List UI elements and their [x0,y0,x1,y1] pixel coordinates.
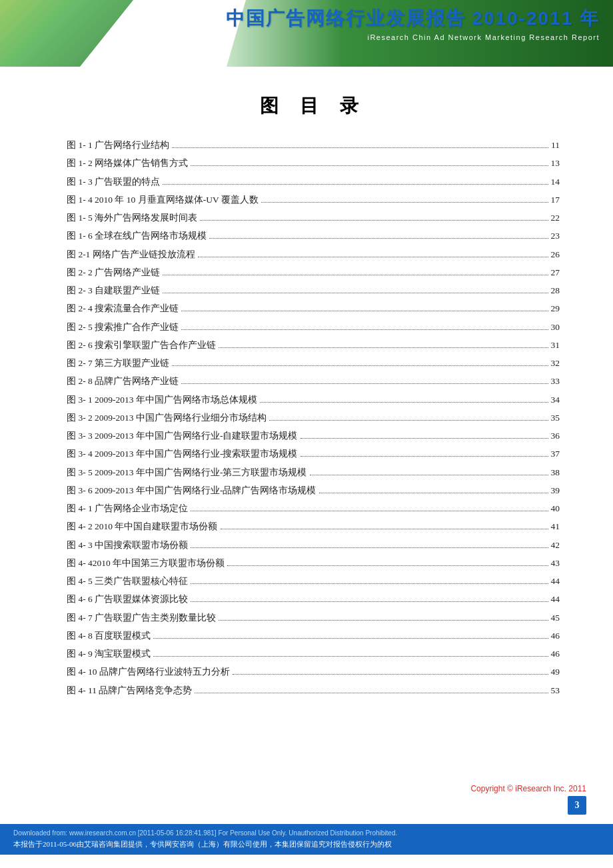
toc-entry: 图 4- 8 百度联盟模式46 [67,629,560,643]
toc-entry-label: 图 1- 2 网络媒体广告销售方式 [67,157,188,170]
toc-entry-dots [163,184,548,185]
toc-entry: 图 2- 3 自建联盟产业链28 [67,284,560,297]
toc-entry-dots [301,438,548,439]
toc-entry-page: 45 [551,611,560,625]
toc-entry-dots [163,275,548,275]
toc-entry-dots [227,565,548,566]
toc-entry-dots [191,165,548,166]
toc-entry-label: 图 4- 1 广告网络企业市场定位 [67,502,188,515]
toc-entry-label: 图 4- 3 中国搜索联盟市场份额 [67,539,188,552]
toc-entry-label: 图 4- 11 品牌广告网络竞争态势 [67,684,192,697]
toc-entry-page: 39 [551,484,560,497]
toc-list: 图 1- 1 广告网络行业结构11图 1- 2 网络媒体广告销售方式13图 1-… [67,139,560,697]
toc-entry-dots [181,311,548,311]
toc-entry-dots [260,402,548,403]
toc-entry-page: 46 [551,647,560,661]
report-subtitle: iResearch Chin Ad Network Marketing Rese… [226,33,600,41]
toc-entry-dots [269,420,548,421]
toc-entry-dots [172,365,548,366]
toc-entry-dots [301,456,548,457]
toc-entry-label: 图 1- 4 2010 年 10 月垂直网络媒体-UV 覆盖人数 [67,193,259,207]
toc-entry-label: 图 3- 2 2009-2013 中国广告网络行业细分市场结构 [67,411,267,425]
toc-entry-page: 22 [551,211,560,225]
toc-entry-page: 36 [551,429,560,443]
toc-entry-label: 图 1- 1 广告网络行业结构 [67,139,169,152]
toc-entry-label: 图 4- 5 三类广告联盟核心特征 [67,575,188,588]
toc-entry: 图 2- 8 品牌广告网络产业链33 [67,375,560,388]
toc-entry-dots [191,601,548,602]
toc-entry-page: 13 [551,157,560,170]
toc-entry: 图 2- 4 搜索流量合作产业链29 [67,302,560,315]
toc-entry: 图 4- 11 品牌广告网络竞争态势53 [67,684,560,697]
toc-entry: 图 1- 2 网络媒体广告销售方式13 [67,157,560,170]
toc-entry-page: 49 [551,665,560,679]
toc-entry: 图 4- 3 中国搜索联盟市场份额42 [67,539,560,552]
toc-entry-dots [310,475,548,475]
toc-entry-page: 23 [551,229,560,243]
toc-entry-label: 图 2- 5 搜索推广合作产业链 [67,321,179,334]
toc-entry: 图 4- 10 品牌广告网络行业波特五力分析49 [67,665,560,679]
toc-entry-label: 图 3- 6 2009-2013 年中国广告网络行业-品牌广告网络市场规模 [67,484,316,497]
toc-entry-dots [191,583,548,584]
toc-entry-label: 图 3- 1 2009-2013 年中国广告网络市场总体规模 [67,393,257,407]
page-number-area: 3 [470,796,586,815]
bottom-disclaimer: Downloaded from: www.iresearch.com.cn [2… [0,824,613,855]
title-text-cn: 中国广告网络行业发展报告 [226,8,472,29]
toc-entry-page: 43 [551,557,560,570]
toc-entry-page: 26 [551,248,560,261]
toc-entry-page: 44 [551,593,560,606]
toc-entry-label: 图 2- 8 品牌广告网络产业链 [67,375,179,388]
page-content: 图 目 录 图 1- 1 广告网络行业结构11图 1- 2 网络媒体广告销售方式… [0,67,613,715]
toc-entry: 图 4- 1 广告网络企业市场定位40 [67,502,560,515]
toc-entry: 图 4- 9 淘宝联盟模式46 [67,647,560,661]
toc-entry-page: 29 [551,302,560,315]
toc-entry-dots [153,656,548,657]
toc-entry-dots [172,147,548,148]
toc-entry: 图 4- 2 2010 年中国自建联盟市场份额41 [67,520,560,533]
toc-entry: 图 4- 5 三类广告联盟核心特征44 [67,575,560,588]
toc-entry-label: 图 2- 2 广告网络产业链 [67,266,160,279]
toc-entry-dots [209,238,548,239]
toc-entry-dots [219,347,548,348]
toc-entry-label: 图 4- 9 淘宝联盟模式 [67,647,151,661]
toc-entry-dots [319,493,548,493]
toc-entry: 图 4- 7 广告联盟广告主类别数量比较45 [67,611,560,625]
toc-entry-dots [261,202,548,203]
toc-entry-dots [153,638,548,639]
toc-entry: 图 1- 1 广告网络行业结构11 [67,139,560,152]
toc-entry-dots [195,693,548,693]
toc-entry-dots [221,529,548,529]
toc-entry-label: 图 2- 7 第三方联盟产业链 [67,357,169,370]
page-header: 中国广告网络行业发展报告 2010-2011 年 iResearch Chin … [0,0,613,67]
page-footer: Copyright © iResearch Inc. 2011 3 [470,784,586,815]
toc-entry: 图 1- 4 2010 年 10 月垂直网络媒体-UV 覆盖人数17 [67,193,560,207]
toc-entry-page: 44 [551,575,560,588]
toc-entry: 图 1- 6 全球在线广告网络市场规模23 [67,229,560,243]
toc-entry-page: 42 [551,539,560,552]
toc-entry: 图 3- 1 2009-2013 年中国广告网络市场总体规模34 [67,393,560,407]
toc-entry-dots [181,329,548,330]
disclaimer-line2: 本报告于2011-05-06由艾瑞咨询集团提供，专供网安咨询（上海）有限公司使用… [13,839,600,851]
toc-entry-label: 图 4- 8 百度联盟模式 [67,629,151,643]
toc-entry-page: 28 [551,284,560,297]
header-left-decor [0,0,133,67]
toc-entry: 图 3- 3 2009-2013 年中国广告网络行业-自建联盟市场规模36 [67,429,560,443]
toc-entry: 图 1- 5 海外广告网络发展时间表22 [67,211,560,225]
toc-entry: 图 2- 6 搜索引擎联盟广告合作产业链31 [67,339,560,352]
toc-entry-label: 图 1- 5 海外广告网络发展时间表 [67,211,197,225]
disclaimer-line1: Downloaded from: www.iresearch.com.cn [2… [13,828,600,839]
toc-entry-label: 图 3- 3 2009-2013 年中国广告网络行业-自建联盟市场规模 [67,429,298,443]
toc-entry-page: 53 [551,684,560,697]
toc-entry: 图 2- 2 广告网络产业链27 [67,266,560,279]
toc-entry-label: 图 1- 3 广告联盟的特点 [67,175,160,189]
toc-entry-page: 30 [551,321,560,334]
toc-entry-page: 41 [551,520,560,533]
toc-entry-dots [233,674,548,675]
toc-entry-page: 17 [551,193,560,207]
toc-entry-label: 图 4- 42010 年中国第三方联盟市场份额 [67,557,225,570]
toc-entry-label: 图 4- 6 广告联盟媒体资源比较 [67,593,188,606]
header-title-area: 中国广告网络行业发展报告 2010-2011 年 iResearch Chin … [226,7,600,41]
toc-entry-page: 32 [551,357,560,370]
toc-entry-label: 图 4- 10 品牌广告网络行业波特五力分析 [67,665,230,679]
toc-title: 图 目 录 [67,93,560,119]
